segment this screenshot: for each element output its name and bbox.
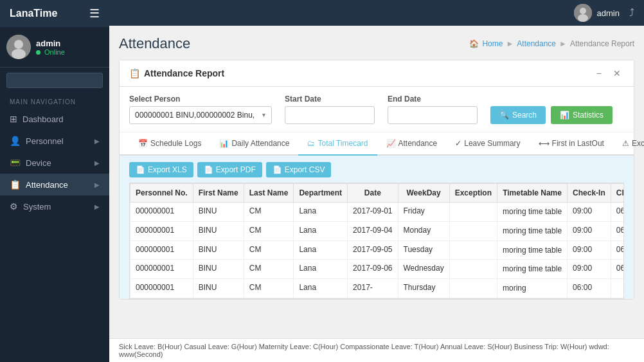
topbar-avatar (574, 4, 592, 22)
table-cell: Lana (294, 203, 348, 222)
hamburger-icon[interactable]: ☰ (89, 6, 100, 21)
content-area: Attendance 🏠 Home ► Attendance ► Attenda… (109, 26, 644, 338)
tab-leave-summary[interactable]: ✓ Leave Summary (446, 132, 529, 156)
table-cell (449, 203, 497, 222)
export-buttons: 📄 Export XLS 📄 Export PDF 📄 Export CSV (129, 162, 624, 177)
avatar (6, 35, 31, 59)
report-card-title: 📋 Attendance Report (129, 68, 224, 78)
breadcrumb-sep-1: ► (506, 39, 514, 48)
table-cell: 000000001 (130, 203, 193, 222)
table-cell: BINU (193, 260, 244, 279)
export-pdf-icon: 📄 (204, 165, 213, 174)
breadcrumb-home-link[interactable]: Home (482, 39, 503, 48)
sidebar-search-input[interactable] (6, 73, 103, 88)
main-area: admin ⤴ Attendance 🏠 Home ► Attendance ►… (109, 0, 644, 362)
export-csv-button[interactable]: 📄 Export CSV (266, 162, 332, 177)
export-xls-button[interactable]: 📄 Export XLS (129, 162, 193, 177)
col-last-name: Last Name (244, 184, 294, 203)
table-cell: CM (244, 221, 294, 240)
table-cell: 09:00 (568, 260, 611, 279)
close-button[interactable]: ✕ (610, 67, 624, 80)
table-cell: Tuesday (398, 240, 449, 260)
col-date: Date (348, 184, 398, 203)
statistics-button[interactable]: 📊 Statistics (551, 106, 613, 124)
attendance-table: Personnel No. First Name Last Name Depar… (130, 183, 624, 298)
tab-exception[interactable]: ⚠ Exception (613, 132, 644, 156)
sidebar-item-dashboard[interactable]: ⊞ Dashboard (0, 108, 109, 130)
sidebar-item-system[interactable]: ⚙ System ▶ (0, 195, 109, 217)
topbar-user: admin (574, 4, 620, 22)
breadcrumb-sep-2: ► (559, 39, 567, 48)
report-card: 📋 Attendance Report − ✕ Select Person 00… (119, 60, 634, 300)
table-cell: BINU (193, 203, 244, 222)
sidebar-status: Online (36, 48, 65, 56)
table-cell: Friday (398, 203, 449, 222)
sidebar-header: LanaTime ☰ (0, 0, 109, 27)
table-area: 📄 Export XLS 📄 Export PDF 📄 Export CSV (120, 156, 634, 299)
table-cell: BINU (193, 279, 244, 298)
start-date-label: Start Date (285, 95, 375, 104)
tab-schedule-logs[interactable]: 📅 Schedule Logs (129, 132, 210, 156)
search-button[interactable]: 🔍 Search (490, 106, 546, 124)
end-date-group: End Date 2017-09-26 (388, 95, 478, 124)
device-icon: 📟 (10, 158, 21, 168)
tab-daily-attendance[interactable]: 📊 Daily Attendance (210, 132, 298, 156)
table-row: 000000001BINUCMLana2017-09-04Mondaymorin… (130, 221, 625, 240)
tab-attendance[interactable]: 📈 Attendance (377, 132, 447, 156)
topbar: admin ⤴ (109, 0, 644, 26)
dashboard-icon: ⊞ (10, 114, 17, 124)
breadcrumb: 🏠 Home ► Attendance ► Attendance Report (469, 39, 634, 48)
select-person-dropdown[interactable]: 000000001 BINU,000000002 Binu, (129, 106, 272, 124)
daily-attendance-icon: 📊 (219, 139, 229, 148)
export-pdf-button[interactable]: 📄 Export PDF (197, 162, 262, 177)
svg-point-1 (14, 40, 23, 49)
tab-total-timecard[interactable]: 🗂 Total Timecard (298, 132, 377, 156)
table-row: 000000001BINUCMLana2017-09-06Wednesdaymo… (130, 260, 625, 279)
table-cell: 000000001 (130, 240, 193, 260)
exception-icon: ⚠ (622, 139, 629, 148)
table-wrapper[interactable]: Personnel No. First Name Last Name Depar… (129, 183, 624, 299)
sidebar-item-attendance[interactable]: 📋 Attendance ▶ (0, 174, 109, 195)
table-cell: 000000001 (130, 221, 193, 240)
table-cell: moring (497, 279, 568, 298)
app-logo: LanaTime (10, 8, 57, 19)
end-date-label: End Date (388, 95, 478, 104)
tabs: 📅 Schedule Logs 📊 Daily Attendance 🗂 Tot… (120, 132, 634, 156)
total-timecard-icon: 🗂 (307, 139, 315, 148)
table-cell: 06:00 (611, 221, 624, 240)
table-cell: 06:00 (611, 203, 624, 222)
col-personnel-no: Personnel No. (130, 184, 193, 203)
sidebar-item-dashboard-label: Dashboard (22, 114, 64, 124)
table-cell: 09:00 (568, 203, 611, 222)
table-cell: Lana (294, 240, 348, 260)
sidebar-username: admin (36, 39, 65, 48)
start-date-input[interactable]: 2017-09-01 (285, 106, 375, 124)
minimize-button[interactable]: − (593, 67, 605, 80)
topbar-username: admin (597, 8, 620, 18)
table-cell: CM (244, 240, 294, 260)
table-cell: moring time table (497, 240, 568, 260)
leave-summary-icon: ✓ (455, 139, 461, 148)
table-cell (449, 221, 497, 240)
breadcrumb-current: Attendance Report (570, 39, 634, 48)
breadcrumb-attendance-link[interactable]: Attendance (517, 39, 556, 48)
tab-first-in-last-out[interactable]: ⟷ First in LastOut (530, 132, 613, 156)
col-timetable-name: Timetable Name (497, 184, 568, 203)
filter-buttons: 🔍 Search 📊 Statistics (490, 106, 613, 124)
table-row: 000000001BINUCMLana2017-Thursdaymoring06… (130, 279, 625, 298)
share-icon[interactable]: ⤴ (629, 7, 634, 19)
table-cell: 2017- (348, 279, 398, 298)
nav-section-label: MAIN NAVIGATION (0, 93, 109, 108)
table-cell (449, 240, 497, 260)
end-date-input[interactable]: 2017-09-26 (388, 106, 478, 124)
chevron-right-icon-2: ▶ (94, 159, 100, 167)
search-icon: 🔍 (499, 111, 509, 120)
table-cell: 2017-09-05 (348, 240, 398, 260)
sidebar-item-device[interactable]: 📟 Device ▶ (0, 152, 109, 174)
export-xls-icon: 📄 (136, 165, 145, 174)
sidebar-item-personnel[interactable]: 👤 Personnel ▶ (0, 130, 109, 152)
col-department: Department (294, 184, 348, 203)
col-check-in: Check-In (568, 184, 611, 203)
export-csv-icon: 📄 (273, 165, 282, 174)
table-cell: CM (244, 279, 294, 298)
